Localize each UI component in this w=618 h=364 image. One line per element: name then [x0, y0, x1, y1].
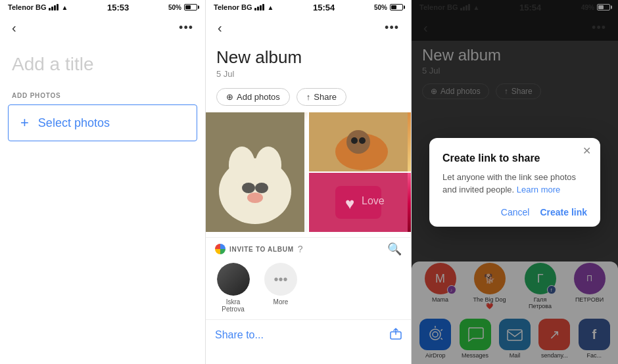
plus-icon: +	[20, 114, 29, 131]
add-photos-label: ADD PHOTOS	[0, 81, 205, 104]
share-to-label: Share to...	[215, 329, 264, 341]
google-photos-icon	[215, 244, 226, 254]
modal-overlay: ✕ Create link to share Let anyone with t…	[412, 0, 618, 364]
photo-thumbnail-3: ♥ Love	[309, 173, 411, 232]
share-to-icon	[390, 328, 402, 342]
battery-pct-1: 50%	[168, 4, 181, 11]
back-button-1[interactable]: ‹	[9, 18, 19, 38]
album-title-input[interactable]: Add a title	[12, 54, 193, 75]
signal-bar	[262, 4, 264, 11]
dots-icon-2: •••	[385, 21, 399, 35]
invite-help-icon[interactable]: ?	[298, 244, 303, 254]
more-dots-icon: •••	[273, 272, 287, 287]
battery-fill-1	[185, 5, 191, 9]
modal-cancel-button[interactable]: Cancel	[501, 207, 530, 217]
album-title-2: New album	[206, 41, 411, 69]
carrier-2: Telenor BG	[214, 3, 252, 11]
status-right-2: 50%	[374, 4, 403, 11]
photo-2[interactable]	[309, 112, 411, 171]
top-nav-1: ‹ •••	[0, 14, 205, 41]
status-bar-2: Telenor BG ▲ 15:54 50%	[206, 0, 411, 14]
invite-header: INVITE TO ALBUM ? 🔍	[215, 242, 402, 256]
invite-section: INVITE TO ALBUM ? 🔍 Iskra Petrova ••• Mo…	[206, 237, 411, 317]
share-label-2: Share	[314, 92, 337, 102]
back-arrow-icon-2: ‹	[218, 20, 222, 35]
photo-thumbnail-2	[309, 112, 411, 171]
svg-point-3	[255, 147, 281, 183]
carrier-1: Telenor BG	[8, 3, 46, 11]
wifi-icon-2: ▲	[267, 4, 273, 11]
svg-point-9	[346, 130, 370, 154]
photo-thumbnail-1	[206, 112, 308, 232]
signal-bar	[254, 8, 256, 11]
signal-bars-1	[49, 4, 59, 11]
invite-left: INVITE TO ALBUM ?	[215, 244, 303, 254]
photos-grid-2: ♥ Love	[206, 112, 411, 232]
album-date-2: 5 Jul	[206, 69, 411, 85]
share-icon-2: ↑	[306, 92, 311, 102]
status-left-1: Telenor BG ▲	[8, 3, 68, 11]
photo-1[interactable]	[206, 112, 308, 232]
back-button-2[interactable]: ‹	[215, 18, 225, 38]
add-photos-button-2[interactable]: ⊕ Add photos	[216, 88, 290, 106]
add-photos-label-2: Add photos	[237, 92, 280, 102]
time-1: 15:53	[107, 3, 129, 12]
time-2: 15:54	[313, 3, 335, 12]
avatar-iskra[interactable]: Iskra Petrova	[215, 263, 251, 313]
share-to-row[interactable]: Share to...	[206, 319, 411, 348]
invite-avatars: Iskra Petrova ••• More	[215, 263, 402, 313]
battery-fill-2	[391, 5, 396, 9]
create-link-dialog: ✕ Create link to share Let anyone with t…	[429, 138, 600, 227]
back-arrow-icon-1: ‹	[12, 20, 16, 35]
panel-create-album: Telenor BG ▲ 15:53 50% ‹ ••• Add a title	[0, 0, 206, 364]
status-right-1: 50%	[168, 4, 197, 11]
share-button-2[interactable]: ↑ Share	[297, 88, 346, 106]
avatar-photo-iskra	[217, 263, 250, 296]
avatar-more-circle: •••	[264, 263, 297, 296]
modal-close-button[interactable]: ✕	[582, 145, 591, 157]
signal-bar	[260, 5, 262, 11]
signal-bar	[54, 5, 56, 11]
album-actions-2: ⊕ Add photos ↑ Share	[206, 85, 411, 112]
signal-bar	[57, 4, 59, 11]
svg-point-6	[247, 193, 263, 203]
modal-create-link-button[interactable]: Create link	[540, 207, 587, 217]
battery-pct-2: 50%	[374, 4, 387, 11]
svg-point-11	[359, 137, 366, 144]
avatar-more-label: More	[273, 298, 289, 306]
svg-point-2	[229, 147, 255, 183]
top-nav-2: ‹ •••	[206, 14, 411, 41]
wifi-icon-1: ▲	[61, 4, 68, 11]
add-photos-icon-2: ⊕	[226, 92, 233, 102]
modal-learn-more-link[interactable]: Learn more	[517, 185, 560, 194]
status-left-2: Telenor BG ▲	[214, 3, 273, 11]
svg-text:♥: ♥	[345, 194, 354, 212]
menu-button-1[interactable]: •••	[176, 18, 196, 37]
title-area-1: Add a title	[0, 41, 205, 81]
signal-bars-2	[254, 4, 264, 11]
avatar-more[interactable]: ••• More	[264, 263, 297, 306]
photo-3[interactable]: ♥ Love	[309, 173, 411, 232]
modal-title: Create link to share	[442, 152, 587, 164]
svg-point-5	[255, 183, 268, 193]
signal-bar	[51, 7, 53, 11]
svg-text:Love: Love	[362, 195, 385, 206]
invite-label: INVITE TO ALBUM	[229, 246, 294, 253]
avatar-name-iskra: Iskra Petrova	[215, 298, 251, 313]
svg-point-10	[351, 137, 358, 144]
panel-share-sheet: Telenor BG ▲ 15:54 49% ‹ ••• New album 5…	[412, 0, 618, 364]
panel-album-view: Telenor BG ▲ 15:54 50% ‹ ••• New album 5…	[206, 0, 412, 364]
select-photos-row[interactable]: + Select photos	[8, 104, 197, 141]
signal-bar	[49, 8, 51, 11]
invite-search-icon[interactable]: 🔍	[387, 242, 402, 256]
select-photos-label: Select photos	[38, 116, 110, 130]
status-bar-1: Telenor BG ▲ 15:53 50%	[0, 0, 205, 14]
battery-icon-1	[184, 4, 197, 11]
signal-bar	[257, 7, 259, 11]
modal-actions: Cancel Create link	[442, 207, 587, 217]
menu-button-2[interactable]: •••	[382, 18, 402, 37]
battery-icon-2	[390, 4, 403, 11]
dots-icon-1: •••	[179, 21, 193, 35]
modal-body: Let anyone with the link see photos and …	[442, 171, 587, 196]
svg-point-4	[242, 183, 255, 193]
